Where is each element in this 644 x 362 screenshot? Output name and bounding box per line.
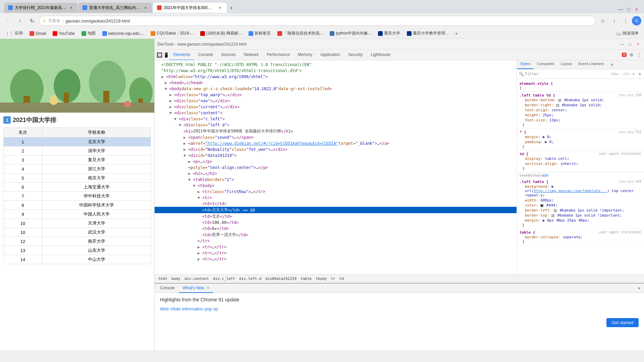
bookmark-newtab[interactable]: 新标签页	[246, 30, 273, 37]
table-row[interactable]: 10武汉大学	[4, 228, 151, 237]
dt-device-btn[interactable]: 📱	[163, 52, 169, 58]
dt-tab-performance[interactable]: Performance	[263, 50, 294, 60]
html-line-h1[interactable]: <h1>2021年中国大学排名500强 全国最好大学排行榜</h1>	[155, 128, 517, 134]
bookmark-maps[interactable]: 地图	[79, 30, 98, 37]
bookmark-article[interactable]: 「随着信息技术的迅...	[275, 30, 326, 37]
breadcrumb-divdata[interactable]: div#data241219	[264, 276, 298, 281]
forward-button[interactable]: ›	[15, 16, 25, 26]
table-row[interactable]: 6上海交通大学	[4, 183, 151, 192]
html-line-table[interactable]: ▼ <table border="1">	[155, 177, 517, 183]
html-line-h2[interactable]: ▶ <h2>…</h2>	[155, 171, 517, 177]
breadcrumb-tr[interactable]: tr	[329, 276, 336, 281]
styles-tab-more[interactable]: »	[607, 60, 617, 69]
head-arrow[interactable]: ▶	[165, 80, 169, 85]
drawer-action-btn[interactable]: Get started	[606, 318, 639, 327]
dt-tab-application[interactable]: Application	[316, 50, 344, 60]
html-line-td2-selected[interactable]: <td>北京大学</td> == $0	[155, 207, 517, 213]
html-line-p2[interactable]: <p style="text-align:center">…</p>	[155, 165, 517, 171]
dt-tab-console[interactable]: Console	[194, 50, 217, 60]
tab-3-close[interactable]: ×	[217, 5, 223, 10]
tab-1-close[interactable]: ×	[68, 5, 74, 10]
bookmark-readlist[interactable]: 📖 阅读清单	[613, 30, 641, 37]
bookmark-cqu[interactable]: welcome.cqu.edu....	[100, 31, 147, 37]
html-line-topwarp[interactable]: ▶ <div class="top_warp">…</div>	[155, 92, 517, 98]
table-row[interactable]: 4浙江大学	[4, 165, 151, 174]
dt-maximize-btn[interactable]: □	[627, 41, 633, 48]
html-line-content[interactable]: ▼ <div class="content">	[155, 110, 517, 116]
chrome-menu[interactable]: ⋮	[621, 16, 631, 26]
html-line-td6[interactable]: <td>世界一流大学</td>	[155, 232, 517, 238]
inherited-from-el[interactable]: table	[541, 174, 548, 177]
table-row[interactable]: 3复旦大学	[4, 156, 151, 165]
table-row[interactable]: 13山东大学	[4, 246, 151, 255]
html-line-tr2[interactable]: ▶ <tr>…</tr>	[155, 244, 517, 250]
dt-drawer-tab-console[interactable]: Console	[156, 284, 179, 293]
refresh-button[interactable]: ↻	[27, 16, 37, 26]
html-line-td1[interactable]: <td>1</td>	[155, 201, 517, 207]
html-line-body[interactable]: ▼ <body data-new-gr-c-s-check-loaded="14…	[155, 86, 517, 92]
body-arrow[interactable]: ▼	[165, 86, 169, 91]
styles-tab-eventlisteners[interactable]: Event Listeners	[575, 60, 607, 69]
back-button[interactable]: ‹	[3, 16, 13, 26]
color-swatch-bababa1[interactable]	[558, 99, 561, 102]
html-line-noquality[interactable]: ▶ <div id="NoQuality" class="fot_wen">…<…	[155, 146, 517, 153]
add-style-btn[interactable]: +	[631, 72, 636, 76]
new-tab-button[interactable]: +	[227, 3, 236, 13]
bookmark-sakai[interactable]: CQUSakai：2019-...	[148, 30, 196, 37]
bookmark-youtube[interactable]: YouTube	[50, 31, 77, 37]
table-row[interactable]: 7华中科技大学	[4, 192, 151, 201]
html-line-tr4[interactable]: ▶ <tr>…</tr>	[155, 256, 517, 262]
table-row[interactable]: 5南京大学	[4, 174, 151, 183]
tab-1[interactable]: 大学排行榜_2021年最新高校排... ×	[4, 3, 78, 13]
html-line-nav[interactable]: ▶ <div class="nav">…</div>	[155, 98, 517, 104]
dt-tab-memory[interactable]: Memory	[294, 50, 316, 60]
bookmark-gmail[interactable]: Gmail	[27, 31, 49, 37]
table-row[interactable]: 14中山大学	[4, 255, 151, 264]
html-line-tr3[interactable]: ▶ <tr>…</tr>	[155, 250, 517, 256]
maximize-button[interactable]: □	[625, 6, 632, 13]
color-swatch-bababa3[interactable]	[554, 209, 557, 212]
breadcrumb-table[interactable]: table	[299, 276, 313, 281]
tab-3[interactable]: 2021年中国大学排名500强 全国... ×	[153, 3, 227, 13]
color-swatch-444[interactable]	[540, 204, 543, 207]
dt-tab-elements[interactable]: Elements	[169, 50, 194, 60]
html-line-td5[interactable]: <td>8★</td>	[155, 226, 517, 232]
html-line-td4[interactable]: <td>100.00</td>	[155, 220, 517, 226]
html-line-html[interactable]: ▶ <html xmlns="http://www.w3.org/1999/xh…	[155, 74, 517, 80]
dt-drawer-tab-whatsnew[interactable]: What's New ×	[179, 284, 213, 293]
download-button[interactable]: ↓	[609, 16, 619, 26]
breadcrumb-body[interactable]: body	[170, 276, 182, 281]
dt-drawer-close-btn[interactable]: ×	[636, 285, 643, 292]
tab-2-close[interactable]: ×	[143, 5, 148, 10]
styles-filter-input[interactable]	[525, 72, 608, 76]
html-arrow[interactable]: ▶	[161, 74, 165, 79]
close-button[interactable]: ×	[633, 6, 640, 13]
html-line-firstrow[interactable]: ▶ <tr class="firstRow">…</tr>	[155, 189, 517, 195]
dt-minimize-btn[interactable]: —	[619, 41, 625, 48]
table-row[interactable]: 12南开大学	[4, 237, 151, 246]
html-line-leftd[interactable]: ▼ <div class="left d">	[155, 122, 517, 128]
html-line-tr[interactable]: ▼ <tr>	[155, 195, 517, 201]
breadcrumb-td[interactable]: td	[338, 276, 345, 281]
breadcrumb-divleftd[interactable]: div.left.d	[238, 276, 263, 281]
html-line-td3[interactable]: <td>北京</td>	[155, 213, 517, 220]
table-row[interactable]: 1北京大学	[4, 137, 151, 146]
dt-settings-btn[interactable]: ⚙	[628, 52, 635, 58]
breadcrumb-tbody[interactable]: tbody	[314, 276, 328, 281]
breadcrumb-html[interactable]: html	[157, 276, 169, 281]
html-line-head[interactable]: ▶ <head>…</head>	[155, 80, 517, 86]
drawer-vitals-link[interactable]: Web Vitals information pop up	[160, 306, 218, 311]
dt-tab-network[interactable]: Network	[240, 50, 263, 60]
table-row[interactable]: 8中国科学技术大学	[4, 201, 151, 210]
bookmark-cqu2[interactable]: 重庆大学	[375, 30, 403, 37]
styles-tab-layout[interactable]: Layout	[557, 60, 575, 69]
color-swatch-bababa4[interactable]	[551, 214, 554, 217]
dt-inspect-btn[interactable]: 🔲	[156, 52, 163, 58]
dt-close-btn[interactable]: ×	[635, 41, 641, 48]
dt-tab-security[interactable]: Security	[344, 50, 367, 60]
html-line-data[interactable]: ▼ <div id="data241219">	[155, 153, 517, 159]
address-bar[interactable]: ⚠ 不安全 | gaosan.com/gaokao/241219.html	[39, 16, 596, 26]
table-row[interactable]: 10天津大学	[4, 219, 151, 228]
html-line-cleft[interactable]: ▼ <div class="c_left">	[155, 116, 517, 122]
bookmarks-button[interactable]: ☆	[598, 16, 608, 26]
